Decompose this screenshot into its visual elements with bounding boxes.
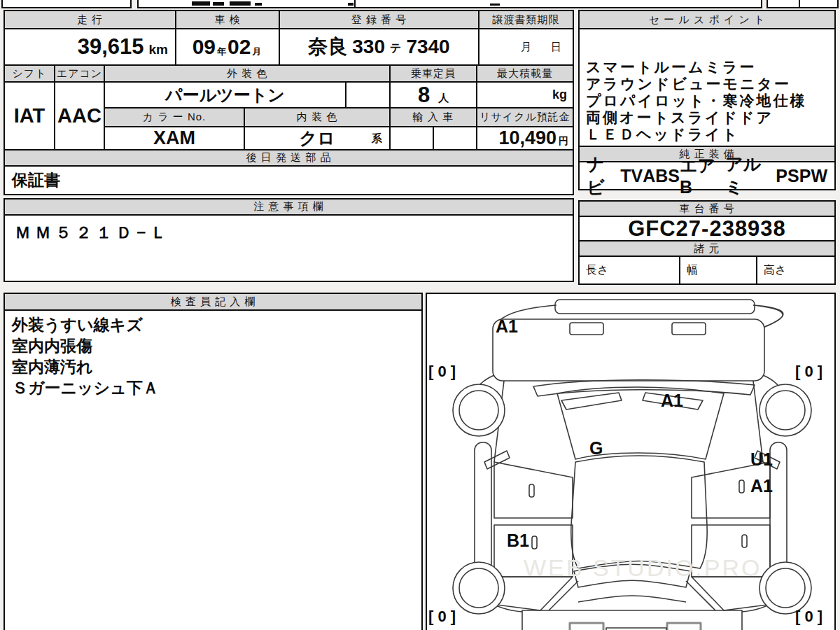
registration-class: 330	[352, 36, 385, 58]
exterior-color-sub-cell	[345, 81, 391, 108]
shaken-year: 09	[192, 35, 216, 59]
exterior-color-header: 外 装 色	[104, 64, 391, 83]
shaken-month-suffix: 月	[252, 46, 261, 58]
equipment-item: エアB	[680, 154, 725, 197]
clipped-text-fragment	[490, 4, 500, 6]
clipped-text-fragment	[230, 1, 251, 6]
max-load-unit: kg	[552, 88, 567, 102]
clipped-top-cell	[1, 0, 132, 8]
registration-kana: テ	[390, 41, 401, 56]
capacity-value: 8 人	[389, 81, 477, 108]
inspector-note-line: 室内薄汚れ	[12, 356, 414, 377]
sales-point-item: スマートルームミラー	[586, 59, 828, 76]
interior-color-value: クロ 系	[244, 126, 391, 150]
recycle-deposit-header: リサイクル預託金	[476, 107, 574, 127]
aircon-value: AAC	[54, 81, 105, 150]
equipment-item: アルミ	[725, 153, 776, 199]
clipped-text-fragment	[255, 3, 262, 6]
shaken-year-suffix: 年	[217, 46, 226, 58]
sales-point-item: プロパイロット・寒冷地仕様	[586, 92, 828, 109]
sales-point-item: ＬＥＤヘッドライト	[586, 126, 828, 143]
equipment-item: PS	[776, 166, 799, 186]
mileage-unit: km	[149, 42, 168, 57]
inspector-note-line: Ｓガーニッシュ下Ａ	[12, 377, 414, 398]
damage-label-left-rear-door: B1	[507, 531, 529, 551]
later-parts-header: 後 日 発 送 部 品	[4, 149, 574, 167]
clipped-top-cell	[799, 0, 839, 8]
inspector-note-line: 室内内張傷	[12, 335, 414, 356]
transfer-deadline-header: 譲渡書類期限	[478, 10, 574, 29]
recycle-deposit-value: 10,490 円	[476, 126, 574, 150]
watermark: WEB STUDIO.PRO	[524, 554, 762, 582]
spec-length-cell: 長さ	[578, 255, 680, 285]
capacity-number: 8	[418, 83, 430, 108]
spec-height-cell: 高さ	[756, 255, 836, 285]
clipped-top-cell	[766, 0, 800, 8]
registration-header: 登 録 番 号	[279, 10, 479, 29]
recycle-deposit-unit: 円	[559, 135, 568, 148]
clipped-text-fragment	[192, 1, 210, 6]
sales-points-list: スマートルームミラー アラウンドビューモニター プロパイロット・寒冷地仕様 両側…	[578, 28, 836, 147]
interior-color-name: クロ	[299, 127, 335, 150]
spec-width-cell: 幅	[679, 255, 757, 285]
auction-sheet: 走 行 車 検 登 録 番 号 譲渡書類期限 39,615 km 09 年 02…	[0, 0, 840, 630]
equipment-item: ナビ	[587, 153, 620, 199]
equipment-list: ナビ TV ABS エアB アルミ PS PW	[578, 161, 836, 190]
capacity-unit: 人	[438, 92, 449, 105]
notes-header: 注 意 事 項 欄	[4, 198, 574, 216]
aircon-header: エアコン	[54, 64, 105, 83]
damage-label-right-door-u1: U1	[750, 449, 773, 470]
shaken-value: 09 年 02 月	[175, 28, 280, 66]
interior-color-header: 内 装 色	[244, 107, 391, 127]
recycle-deposit-number: 10,490	[498, 127, 556, 149]
mileage-number: 39,615	[78, 34, 144, 59]
color-no-value: XAM	[104, 126, 245, 150]
sales-point-item: 両側オートスライドドア	[586, 109, 828, 126]
damage-label-hood: A1	[496, 316, 518, 337]
tire-tread-rear-right: [ 0 ]	[795, 608, 822, 626]
tire-tread-front-right: [ 0 ]	[795, 363, 822, 381]
equipment-item: PW	[799, 166, 827, 186]
tire-tread-rear-left: [ 0 ]	[428, 608, 456, 626]
registration-number: 7340	[406, 36, 449, 58]
deadline-month-label: 月	[521, 41, 531, 54]
shift-value: IAT	[4, 81, 55, 150]
deadline-day-label: 日	[551, 41, 561, 54]
shift-header: シフト	[4, 64, 55, 83]
specs-header: 諸 元	[578, 240, 836, 257]
chassis-header: 車 台 番 号	[578, 200, 836, 217]
equipment-item: TV	[620, 166, 643, 186]
chassis-value: GFC27-238938	[578, 216, 836, 241]
notes-value: ＭＭ５２１Ｄ−Ｌ	[4, 214, 574, 282]
shaken-month: 02	[227, 35, 251, 59]
import-car-header: 輸 入 車	[389, 107, 477, 127]
tire-tread-front-left: [ 0 ]	[428, 363, 456, 381]
later-parts-value: 保証書	[4, 165, 574, 195]
import-car-value-cell	[389, 126, 434, 150]
registration-value: 奈良 330 テ 7340	[279, 28, 479, 66]
damage-label-cowl: G	[589, 438, 603, 458]
interior-color-suffix: 系	[372, 132, 382, 145]
mileage-header: 走 行	[4, 10, 176, 29]
sales-point-item: アラウンドビューモニター	[586, 76, 828, 92]
inspector-note-line: 外装うすい線キズ	[12, 314, 414, 335]
max-load-header: 最大積載量	[476, 64, 574, 83]
inspector-notes: 外装うすい線キズ 室内内張傷 室内薄汚れ Ｓガーニッシュ下Ａ	[4, 309, 423, 630]
damage-label-right-door-a1: A1	[750, 476, 773, 496]
transfer-deadline-value: 月 日	[478, 28, 574, 66]
max-load-value: kg	[476, 81, 574, 108]
sales-points-header: セ ー ル ス ポ イ ン ト	[578, 10, 836, 29]
color-no-header: カ ラ ー No.	[104, 107, 245, 127]
clipped-top-cell	[137, 0, 356, 8]
car-damage-diagram: WEB STUDIO.PRO A1 A1 [ 0 ] [ 0 ] G U1 A1…	[426, 293, 836, 630]
mileage-value: 39,615 km	[4, 28, 176, 66]
clipped-text-fragment	[348, 3, 354, 6]
equipment-item: ABS	[643, 166, 680, 186]
clipped-top-cell	[354, 0, 762, 8]
clipped-text-fragment	[213, 2, 224, 6]
exterior-color-value: パールツートン	[104, 81, 346, 108]
inspector-header: 検 査 員 記 入 欄	[4, 293, 423, 311]
shaken-header: 車 検	[175, 10, 280, 29]
import-car-sub-cell	[433, 126, 477, 150]
registration-region: 奈良	[308, 34, 347, 60]
